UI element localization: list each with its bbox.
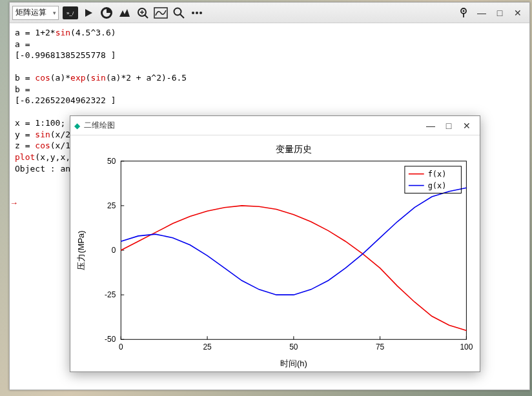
svg-text:0: 0 xyxy=(119,342,123,351)
svg-text:100: 100 xyxy=(460,342,473,351)
plot-window: ◆ 二维绘图 — □ ✕ 0255075100-50-2502550变量历史时间… xyxy=(70,115,480,372)
svg-text:»_/: »_/ xyxy=(66,10,74,16)
pin-icon[interactable] xyxy=(455,4,473,22)
svg-text:25: 25 xyxy=(107,201,116,210)
svg-marker-3 xyxy=(119,9,130,17)
svg-line-5 xyxy=(145,15,148,18)
mode-dropdown-label: 矩阵运算 xyxy=(15,7,46,18)
curve-icon[interactable] xyxy=(152,4,170,22)
svg-text:g(x): g(x) xyxy=(428,181,447,190)
svg-text:-50: -50 xyxy=(105,335,116,344)
console-line: a = xyxy=(15,39,524,50)
minimize-button[interactable]: — xyxy=(473,4,491,22)
series-f(x) xyxy=(121,206,466,331)
console-line xyxy=(15,61,524,73)
plot-maximize-button[interactable]: □ xyxy=(440,117,458,135)
plot-minimize-button[interactable]: — xyxy=(422,117,440,135)
chart-title: 变量历史 xyxy=(276,144,312,154)
svg-point-11 xyxy=(192,12,194,14)
svg-text:50: 50 xyxy=(107,157,116,166)
svg-point-12 xyxy=(196,12,198,14)
plot-close-button[interactable]: ✕ xyxy=(458,117,476,135)
svg-text:75: 75 xyxy=(376,342,385,351)
plot-area: 0255075100-50-2502550变量历史时间(h)压力(MPa)f(x… xyxy=(70,135,480,371)
svg-rect-16 xyxy=(121,161,466,339)
chart-xlabel: 时间(h) xyxy=(280,359,307,368)
svg-text:f(x): f(x) xyxy=(428,170,447,179)
close-button[interactable]: ✕ xyxy=(509,4,527,22)
plot-titlebar[interactable]: ◆ 二维绘图 — □ ✕ xyxy=(70,116,480,135)
console-line: [-0.99681385255778 ] xyxy=(15,50,524,61)
chart-svg: 0255075100-50-2502550变量历史时间(h)压力(MPa)f(x… xyxy=(70,135,480,371)
console-line: a = 1+2*sin(4.5^3.6) xyxy=(15,27,524,39)
console-line: b = cos(a)*exp(sin(a)*2 + a^2)-6.5 xyxy=(15,72,524,84)
toolbar: 矩阵运算 »_/ — □ ✕ xyxy=(10,3,529,23)
svg-line-10 xyxy=(180,14,184,18)
app-gem-icon: ◆ xyxy=(74,121,80,130)
console-line: b = xyxy=(15,84,524,95)
chart-ylabel: 压力(MPa) xyxy=(76,230,86,270)
svg-text:0: 0 xyxy=(112,246,116,255)
series-g(x) xyxy=(121,188,466,295)
console-line: [-6.22652204962322 ] xyxy=(15,95,524,106)
svg-point-9 xyxy=(174,8,181,15)
svg-text:-25: -25 xyxy=(105,290,116,299)
prompt-arrow-icon: → xyxy=(10,198,18,208)
mountain-icon[interactable] xyxy=(116,4,134,22)
svg-text:50: 50 xyxy=(289,342,298,351)
mode-dropdown[interactable]: 矩阵运算 xyxy=(12,6,59,20)
svg-point-15 xyxy=(463,10,465,12)
play-icon[interactable] xyxy=(79,4,97,22)
plot-window-title: 二维绘图 xyxy=(84,120,115,131)
svg-text:25: 25 xyxy=(203,342,212,351)
maximize-button[interactable]: □ xyxy=(491,4,509,22)
console-icon[interactable]: »_/ xyxy=(63,6,78,19)
search-icon[interactable] xyxy=(170,4,188,22)
more-icon[interactable] xyxy=(188,4,206,22)
svg-marker-1 xyxy=(85,9,92,17)
zoom-plot-icon[interactable] xyxy=(134,4,152,22)
pie-icon[interactable] xyxy=(97,4,116,22)
svg-point-13 xyxy=(200,12,202,14)
